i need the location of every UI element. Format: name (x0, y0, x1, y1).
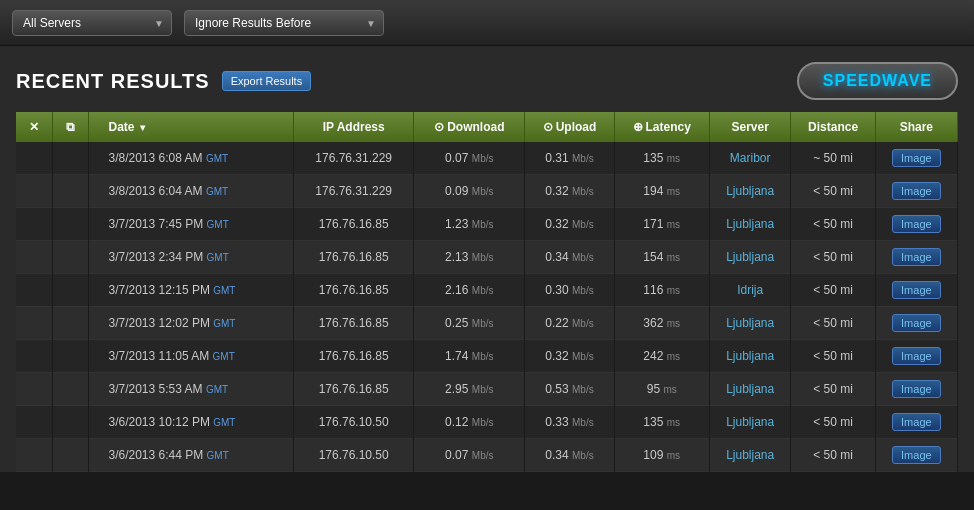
download-unit: Mb/s (472, 186, 494, 197)
table-row: 3/7/2013 5:53 AM GMT 176.76.16.85 2.95 M… (16, 373, 958, 406)
server-link[interactable]: Ljubljana (726, 316, 774, 330)
image-button[interactable]: Image (892, 215, 941, 233)
row-upload: 0.32 Mb/s (525, 340, 614, 373)
image-button[interactable]: Image (892, 149, 941, 167)
row-share: Image (875, 142, 957, 175)
server-link[interactable]: Ljubljana (726, 217, 774, 231)
image-button[interactable]: Image (892, 380, 941, 398)
latency-unit: ms (667, 219, 680, 230)
image-button[interactable]: Image (892, 248, 941, 266)
server-link[interactable]: Ljubljana (726, 448, 774, 462)
row-server: Ljubljana (709, 175, 791, 208)
row-close-cell (16, 406, 52, 439)
row-latency: 109 ms (614, 439, 709, 472)
upload-unit: Mb/s (572, 417, 594, 428)
col-latency: ⊕Latency (614, 112, 709, 142)
row-close-cell (16, 241, 52, 274)
row-server: Ljubljana (709, 406, 791, 439)
download-unit: Mb/s (472, 351, 494, 362)
col-date[interactable]: Date ▾ (88, 112, 294, 142)
image-button[interactable]: Image (892, 413, 941, 431)
image-button[interactable]: Image (892, 314, 941, 332)
main-content: RECENT RESULTS Export Results SPEEDWAVE … (0, 46, 974, 472)
row-distance: < 50 mi (791, 439, 875, 472)
row-server: Ljubljana (709, 208, 791, 241)
latency-unit: ms (667, 186, 680, 197)
row-download: 0.07 Mb/s (414, 142, 525, 175)
server-link[interactable]: Idrija (737, 283, 763, 297)
row-pin-cell (52, 340, 88, 373)
row-download: 0.09 Mb/s (414, 175, 525, 208)
table-row: 3/7/2013 2:34 PM GMT 176.76.16.85 2.13 M… (16, 241, 958, 274)
page-title: RECENT RESULTS (16, 70, 210, 93)
row-download: 1.23 Mb/s (414, 208, 525, 241)
row-date: 3/8/2013 6:04 AM GMT (88, 175, 294, 208)
download-unit: Mb/s (472, 318, 494, 329)
col-close[interactable]: ✕ (16, 112, 52, 142)
gmt-label: GMT (213, 285, 235, 296)
col-download: ⊙Download (414, 112, 525, 142)
row-share: Image (875, 439, 957, 472)
row-server: Ljubljana (709, 241, 791, 274)
row-upload: 0.22 Mb/s (525, 307, 614, 340)
row-close-cell (16, 439, 52, 472)
row-close-cell (16, 340, 52, 373)
row-server: Maribor (709, 142, 791, 175)
row-upload: 0.34 Mb/s (525, 439, 614, 472)
table-row: 3/7/2013 11:05 AM GMT 176.76.16.85 1.74 … (16, 340, 958, 373)
upload-unit: Mb/s (572, 384, 594, 395)
header-row: RECENT RESULTS Export Results SPEEDWAVE (16, 62, 958, 100)
col-pin[interactable]: ⧉ (52, 112, 88, 142)
row-pin-cell (52, 241, 88, 274)
server-link[interactable]: Ljubljana (726, 250, 774, 264)
row-date: 3/8/2013 6:08 AM GMT (88, 142, 294, 175)
gmt-label: GMT (213, 318, 235, 329)
image-button[interactable]: Image (892, 182, 941, 200)
top-bar: All Servers Server 1 Server 2 ▼ Ignore R… (0, 0, 974, 46)
table-row: 3/6/2013 6:44 PM GMT 176.76.10.50 0.07 M… (16, 439, 958, 472)
row-ip: 176.76.16.85 (294, 274, 414, 307)
row-latency: 194 ms (614, 175, 709, 208)
row-upload: 0.34 Mb/s (525, 241, 614, 274)
image-button[interactable]: Image (892, 446, 941, 464)
upload-unit: Mb/s (572, 450, 594, 461)
row-date: 3/7/2013 11:05 AM GMT (88, 340, 294, 373)
download-unit: Mb/s (472, 285, 494, 296)
latency-unit: ms (667, 417, 680, 428)
row-ip: 176.76.31.229 (294, 142, 414, 175)
row-download: 0.25 Mb/s (414, 307, 525, 340)
image-button[interactable]: Image (892, 281, 941, 299)
row-server: Ljubljana (709, 307, 791, 340)
row-pin-cell (52, 406, 88, 439)
row-ip: 176.76.10.50 (294, 439, 414, 472)
row-share: Image (875, 340, 957, 373)
col-ip: IP Address (294, 112, 414, 142)
row-server: Idrija (709, 274, 791, 307)
ignore-dropdown[interactable]: Ignore Results Before 1 Week Ago 1 Month… (184, 10, 384, 36)
row-upload: 0.30 Mb/s (525, 274, 614, 307)
server-link[interactable]: Maribor (730, 151, 771, 165)
recent-results-title: RECENT RESULTS Export Results (16, 70, 311, 93)
gmt-label: GMT (213, 417, 235, 428)
gmt-label: GMT (206, 384, 228, 395)
row-download: 2.16 Mb/s (414, 274, 525, 307)
server-link[interactable]: Ljubljana (726, 415, 774, 429)
server-link[interactable]: Ljubljana (726, 349, 774, 363)
sort-arrow-icon: ▾ (140, 122, 145, 133)
export-results-button[interactable]: Export Results (222, 71, 312, 91)
row-distance: < 50 mi (791, 208, 875, 241)
latency-unit: ms (667, 450, 680, 461)
speedwave-button[interactable]: SPEEDWAVE (797, 62, 958, 100)
row-pin-cell (52, 373, 88, 406)
row-download: 2.95 Mb/s (414, 373, 525, 406)
row-distance: < 50 mi (791, 340, 875, 373)
row-share: Image (875, 208, 957, 241)
server-dropdown[interactable]: All Servers Server 1 Server 2 (12, 10, 172, 36)
server-link[interactable]: Ljubljana (726, 382, 774, 396)
row-distance: < 50 mi (791, 406, 875, 439)
server-link[interactable]: Ljubljana (726, 184, 774, 198)
row-download: 2.13 Mb/s (414, 241, 525, 274)
gmt-label: GMT (206, 153, 228, 164)
image-button[interactable]: Image (892, 347, 941, 365)
results-table: ✕ ⧉ Date ▾ IP Address ⊙Download ⊙Upload … (16, 112, 958, 472)
